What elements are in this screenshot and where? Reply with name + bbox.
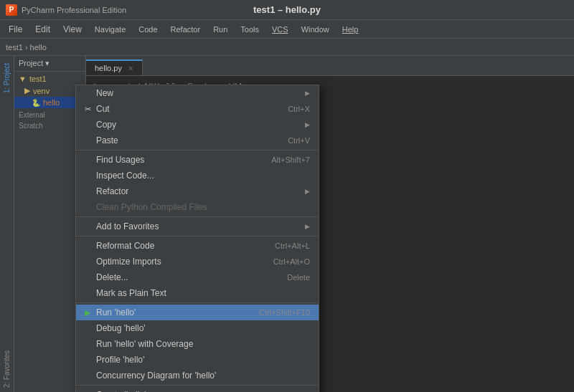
ctx-optimize-label: Optimize Imports — [96, 257, 259, 267]
ctx-find-usages-label: Find Usages — [96, 155, 257, 165]
menu-edit[interactable]: Edit — [29, 23, 56, 36]
context-menu: New ✂ Cut Ctrl+X Copy Paste Ctrl+V Find … — [75, 85, 319, 392]
menu-run[interactable]: Run — [207, 24, 233, 35]
window-title: test1 – hello.py — [253, 4, 321, 15]
ctx-cut[interactable]: ✂ Cut Ctrl+X — [76, 101, 319, 117]
menu-file[interactable]: File — [3, 23, 28, 36]
menu-tools[interactable]: Tools — [235, 24, 265, 35]
panel-label: Project ▾ — [19, 59, 50, 68]
tree-label-hello: hello — [43, 98, 60, 107]
breadcrumb-path: test1 › hello — [6, 43, 47, 52]
title-bar-left: P PyCharm Professional Edition — [6, 4, 126, 16]
ctx-concurrency-label: Concurrency Diagram for 'hello' — [96, 371, 310, 381]
ctx-profile[interactable]: Profile 'hello' — [76, 352, 319, 368]
cut-icon: ✂ — [82, 105, 93, 114]
ctx-paste-label: Paste — [96, 135, 273, 145]
ctx-clean[interactable]: Clean Python Compiled Files — [76, 199, 319, 215]
ctx-add-favorites[interactable]: Add to Favorites — [76, 219, 319, 234]
ctx-delete-shortcut: Delete — [287, 273, 310, 282]
tab-close-icon[interactable]: ✕ — [128, 64, 133, 72]
folder-icon: ▼ — [19, 75, 27, 83]
ctx-paste-shortcut: Ctrl+V — [288, 136, 310, 145]
ctx-profile-label: Profile 'hello' — [96, 355, 310, 365]
ctx-new-label: New — [96, 88, 305, 98]
menu-view[interactable]: View — [57, 23, 88, 36]
ctx-favorites-label: Add to Favorites — [96, 221, 305, 231]
ctx-run-hello[interactable]: ▶ Run 'hello' Ctrl+Shift+F10 — [76, 305, 319, 320]
ctx-optimize[interactable]: Optimize Imports Ctrl+Alt+O — [76, 254, 319, 269]
ctx-create-hello[interactable]: ⚙ Create 'hello'... — [76, 387, 319, 392]
ctx-reformat[interactable]: Reformat Code Ctrl+Alt+L — [76, 238, 319, 254]
ctx-reformat-shortcut: Ctrl+Alt+L — [275, 242, 310, 250]
ctx-refactor[interactable]: Refactor — [76, 183, 319, 199]
scratch-label: Scratch — [19, 122, 43, 130]
py-icon: 🐍 — [32, 99, 40, 107]
editor-tabs: hello.py ✕ — [86, 56, 574, 76]
ctx-sep1 — [76, 150, 319, 150]
ctx-new[interactable]: New — [76, 85, 319, 101]
ctx-cut-shortcut: Ctrl+X — [288, 105, 310, 113]
menu-bar: File Edit View Navigate Code Refactor Ru… — [0, 20, 574, 39]
tab-project[interactable]: 1: Project — [1, 59, 13, 97]
tree-item-test1[interactable]: ▼ test1 — [14, 73, 85, 85]
ctx-run-shortcut: Ctrl+Shift+F10 — [259, 308, 310, 317]
menu-navigate[interactable]: Navigate — [89, 24, 131, 35]
ctx-run-label: Run 'hello' — [96, 307, 245, 317]
ctx-delete[interactable]: Delete... Delete — [76, 269, 319, 285]
menu-help[interactable]: Help — [337, 24, 364, 35]
ctx-inspect-code[interactable]: Inspect Code... — [76, 168, 319, 183]
ctx-mark-plain-label: Mark as Plain Text — [96, 288, 310, 298]
tree-label-venv: venv — [33, 87, 50, 95]
app-name: PyCharm Professional Edition — [22, 6, 126, 14]
ctx-copy[interactable]: Copy — [76, 117, 319, 133]
ctx-reformat-label: Reformat Code — [96, 241, 260, 251]
ctx-find-usages-shortcut: Alt+Shift+7 — [271, 156, 310, 164]
panel-header: Project ▾ — [14, 56, 85, 72]
menu-vcs[interactable]: VCS — [266, 24, 294, 35]
ctx-mark-plain[interactable]: Mark as Plain Text — [76, 285, 319, 301]
left-tabs: 1: Project 2: Favorites — [0, 56, 14, 392]
ctx-sep3 — [76, 236, 319, 236]
external-label: External — [19, 111, 45, 119]
ctx-delete-label: Delete... — [96, 272, 273, 282]
ctx-run-coverage[interactable]: Run 'hello' with Coverage — [76, 336, 319, 352]
editor-tab-hello[interactable]: hello.py ✕ — [86, 59, 143, 75]
ctx-sep5 — [76, 385, 319, 386]
app-icon: P — [6, 4, 17, 16]
tab-favorites[interactable]: 2: Favorites — [1, 346, 13, 392]
ctx-debug-hello[interactable]: Debug 'hello' — [76, 320, 319, 336]
run-icon: ▶ — [82, 308, 93, 317]
tab-label: hello.py — [95, 64, 122, 72]
menu-window[interactable]: Window — [296, 24, 335, 35]
ctx-inspect-label: Inspect Code... — [96, 171, 310, 181]
ctx-optimize-shortcut: Ctrl+Alt+O — [273, 257, 310, 266]
folder-icon-venv: ▶ — [24, 86, 30, 95]
ctx-sep4 — [76, 302, 319, 303]
ctx-cut-label: Cut — [96, 104, 273, 114]
title-bar: P PyCharm Professional Edition test1 – h… — [0, 0, 574, 20]
breadcrumb: test1 › hello — [0, 39, 574, 56]
ctx-find-usages[interactable]: Find Usages Alt+Shift+7 — [76, 152, 319, 168]
main-layout: 1: Project 2: Favorites Project ▾ ▼ test… — [0, 56, 574, 392]
ctx-paste[interactable]: Paste Ctrl+V — [76, 133, 319, 148]
tree-label-test1: test1 — [29, 75, 47, 83]
ctx-sep2 — [76, 216, 319, 217]
ctx-copy-label: Copy — [96, 120, 305, 130]
menu-refactor[interactable]: Refactor — [165, 24, 207, 35]
menu-code[interactable]: Code — [133, 24, 163, 35]
ctx-coverage-label: Run 'hello' with Coverage — [96, 339, 310, 349]
ctx-concurrency[interactable]: Concurrency Diagram for 'hello' — [76, 368, 319, 383]
ctx-refactor-label: Refactor — [96, 186, 305, 196]
ctx-debug-label: Debug 'hello' — [96, 323, 310, 333]
ctx-clean-label: Clean Python Compiled Files — [96, 202, 310, 212]
